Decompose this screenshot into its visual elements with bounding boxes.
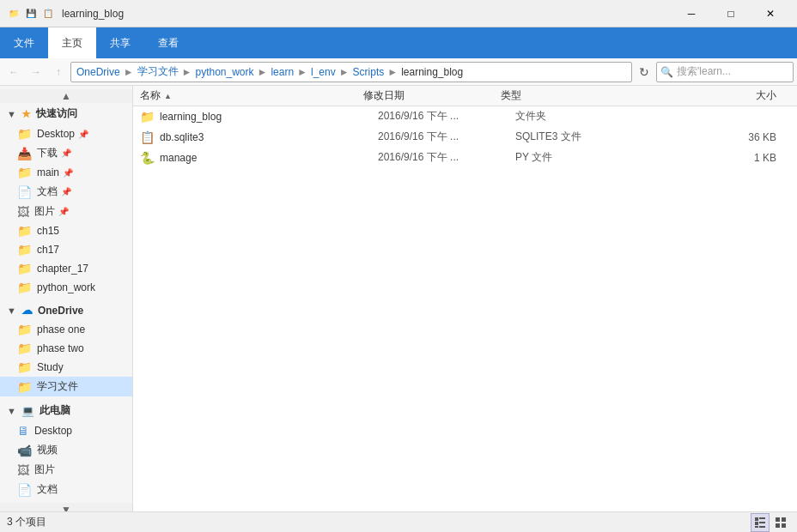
breadcrumb-pythonwork[interactable]: python_work [195,66,253,78]
search-placeholder: 搜索'learn... [677,64,731,79]
ribbon-tab-view[interactable]: 查看 [144,27,192,58]
folder-icon-ch17: 📁 [17,243,32,257]
sidebar-item-pythonwork[interactable]: 📁 python_work [0,278,132,297]
quick-access-label: 快速访问 [36,106,77,121]
folder-icon-desktop: 📁 [17,127,32,141]
forward-button[interactable]: → [26,62,46,82]
sidebar-label-downloads: 下载 [37,146,58,160]
sidebar-item-docs[interactable]: 📄 文档 [0,480,132,499]
folder-icon-pictures: 🖼 [17,205,29,219]
refresh-button[interactable]: ↻ [634,62,654,82]
sidebar-item-ch17[interactable]: 📁 ch17 [0,240,132,259]
sidebar-item-desktop[interactable]: 📁 Desktop 📌 [0,124,132,143]
quick-access-section: ▼ ★ 快速访问 📁 Desktop 📌 📥 下载 📌 📁 main 📌 📄 [0,103,132,297]
file-type-row1: 文件夹 [515,109,618,124]
sidebar-item-study[interactable]: 📁 Study [0,358,132,377]
py-icon-row3: 🐍 [140,151,155,165]
thispc-header[interactable]: ▼ 💻 此电脑 [0,400,132,421]
sidebar-item-main[interactable]: 📁 main 📌 [0,163,132,182]
pin-icon-main: 📌 [63,168,73,178]
ribbon-tab-home[interactable]: 主页 [48,27,96,58]
column-name[interactable]: 名称 ▲ [140,88,363,103]
minimize-button[interactable]: ─ [672,0,711,27]
thispc-section: ▼ 💻 此电脑 🖥 Desktop 📹 视频 🖼 图片 📄 文档 [0,400,132,499]
breadcrumb-scripts[interactable]: Scripts [353,66,385,78]
thispc-expand-icon: ▼ [7,406,16,416]
breadcrumb: OneDrive ► 学习文件 ► python_work ► learn ► … [76,64,463,79]
folder-icon-phaseone: 📁 [17,323,32,336]
onedrive-cloud-icon: ☁ [21,304,33,317]
sidebar-label-pictures: 图片 [34,204,55,219]
file-size-row2: 36 KB [618,131,790,143]
sidebar-label-pythonwork: python_work [37,281,95,293]
column-size[interactable]: 大小 [604,88,790,103]
folder-icon-ch15: 📁 [17,224,32,238]
folder-icon-small: 📁 [7,7,21,21]
clipboard-icon-small: 📋 [41,7,55,21]
sidebar-item-documents[interactable]: 📄 文档 📌 [0,182,132,202]
svg-rect-2 [755,522,758,525]
sidebar-item-xuexiwenjian[interactable]: 📁 学习文件 [0,377,132,396]
file-row-learning-blog[interactable]: 📁 learning_blog 2016/9/16 下午 ... 文件夹 [133,106,797,127]
sidebar-label-phasetwo: phase two [37,342,84,354]
sidebar-item-ch15[interactable]: 📁 ch15 [0,221,132,240]
sidebar-label-main: main [37,166,59,178]
file-type-row3: PY 文件 [515,150,618,165]
breadcrumb-lenv[interactable]: l_env [311,66,336,78]
sidebar-scroll-down[interactable]: ▼ [0,503,132,511]
svg-rect-5 [759,526,765,528]
onedrive-label: OneDrive [38,305,83,317]
file-row-dbsqlite3[interactable]: 📋 db.sqlite3 2016/9/16 下午 ... SQLITE3 文件… [133,127,797,148]
folder-icon-desktop-pc: 🖥 [17,424,29,438]
sidebar-label-desktop-pc: Desktop [34,425,72,437]
detail-view-button[interactable] [751,513,770,532]
maximize-button[interactable]: □ [711,0,751,27]
toolbar: ← → ↑ OneDrive ► 学习文件 ► python_work ► le… [0,58,797,86]
sidebar-item-phasetwo[interactable]: 📁 phase two [0,339,132,358]
thispc-computer-icon: 💻 [21,405,34,417]
breadcrumb-xuexiwenjian[interactable]: 学习文件 [137,64,179,79]
folder-icon-documents: 📄 [17,185,32,199]
sidebar: ▲ ▼ ★ 快速访问 📁 Desktop 📌 📥 下载 📌 📁 main 📌 [0,86,133,511]
up-button[interactable]: ↑ [48,62,69,82]
breadcrumb-current[interactable]: learning_blog [401,66,463,78]
ribbon-tab-file[interactable]: 文件 [0,27,48,58]
back-button[interactable]: ← [3,62,24,82]
breadcrumb-onedrive[interactable]: OneDrive [76,66,120,78]
sidebar-item-videos[interactable]: 📹 视频 [0,440,132,460]
column-type[interactable]: 类型 [501,88,604,103]
file-name-row1: learning_blog [160,111,378,123]
sidebar-item-pics[interactable]: 🖼 图片 [0,460,132,480]
column-date[interactable]: 修改日期 [363,88,501,103]
sidebar-scroll-up[interactable]: ▲ [0,89,132,103]
sidebar-label-ch17: ch17 [37,244,59,256]
svg-rect-6 [776,517,780,522]
sidebar-item-chapter17[interactable]: 📁 chapter_17 [0,259,132,278]
save-icon-small: 💾 [24,7,38,21]
file-size-row3: 1 KB [618,152,790,164]
svg-rect-9 [782,523,786,528]
sidebar-label-phaseone: phase one [37,323,85,336]
sidebar-label-xuexiwenjian: 学习文件 [37,379,78,394]
sidebar-item-phaseone[interactable]: 📁 phase one [0,320,132,339]
close-button[interactable]: ✕ [751,0,790,27]
status-bar: 3 个项目 [0,511,797,532]
view-controls [751,513,790,532]
file-list-header: 名称 ▲ 修改日期 类型 大小 [133,86,797,106]
file-row-manage[interactable]: 🐍 manage 2016/9/16 下午 ... PY 文件 1 KB [133,148,797,168]
large-icons-view-button[interactable] [771,513,790,532]
sidebar-item-desktop-pc[interactable]: 🖥 Desktop [0,421,132,440]
svg-rect-4 [755,526,758,528]
search-bar[interactable]: 🔍 搜索'learn... [656,62,794,82]
address-bar[interactable]: OneDrive ► 学习文件 ► python_work ► learn ► … [70,62,632,82]
pin-icon-desktop: 📌 [78,130,88,139]
sidebar-item-downloads[interactable]: 📥 下载 📌 [0,143,132,163]
sidebar-item-pictures[interactable]: 🖼 图片 📌 [0,202,132,221]
onedrive-header[interactable]: ▼ ☁ OneDrive [0,300,132,320]
sidebar-label-study: Study [37,361,64,373]
breadcrumb-learn[interactable]: learn [271,66,294,78]
folder-icon-phasetwo: 📁 [17,342,32,355]
file-type-row2: SQLITE3 文件 [515,130,618,144]
ribbon-tab-share[interactable]: 共享 [96,27,144,58]
quick-access-header[interactable]: ▼ ★ 快速访问 [0,103,132,124]
